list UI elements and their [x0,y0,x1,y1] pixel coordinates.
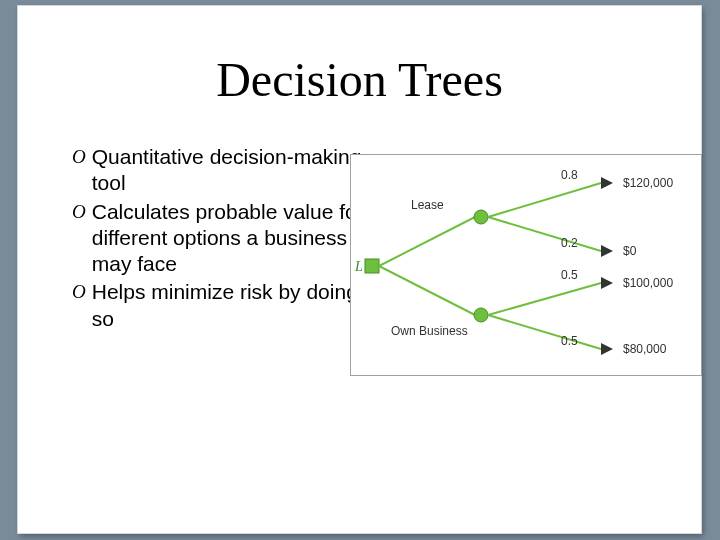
root-label: L [354,259,363,274]
slide-title: Decision Trees [18,52,701,107]
list-item: O Helps minimize risk by doing so [72,279,372,332]
terminal-node-icon [601,277,613,289]
bullet-marker-icon: O [72,144,86,197]
probability-label: 0.2 [561,236,578,250]
probability-label: 0.5 [561,268,578,282]
svg-line-2 [488,183,601,217]
payoff-label: $120,000 [623,176,673,190]
payoff-label: $80,000 [623,342,667,356]
bullet-marker-icon: O [72,199,86,278]
terminal-node-icon [601,343,613,355]
list-item: O Calculates probable value for differen… [72,199,372,278]
payoff-label: $100,000 [623,276,673,290]
decision-node-icon [365,259,379,273]
bullet-list: O Quantitative decision-making tool O Ca… [72,144,372,334]
branch-label: Lease [411,198,444,212]
branch-label: Own Business [391,324,468,338]
svg-line-4 [488,283,601,315]
svg-line-1 [379,266,475,315]
bullet-text: Calculates probable value for different … [92,199,372,278]
probability-label: 0.5 [561,334,578,348]
terminal-node-icon [601,177,613,189]
probability-label: 0.8 [561,168,578,182]
payoff-label: $0 [623,244,637,258]
terminal-node-icon [601,245,613,257]
bullet-text: Quantitative decision-making tool [92,144,372,197]
bullet-text: Helps minimize risk by doing so [92,279,372,332]
list-item: O Quantitative decision-making tool [72,144,372,197]
chance-node-icon [474,308,488,322]
decision-tree-diagram: L Lease Own Business [350,154,702,376]
svg-line-5 [488,315,601,349]
slide-background: Decision Trees O Quantitative decision-m… [0,0,720,540]
svg-line-3 [488,217,601,251]
bullet-marker-icon: O [72,279,86,332]
slide-frame: Decision Trees O Quantitative decision-m… [18,6,701,533]
svg-line-0 [379,217,475,266]
chance-node-icon [474,210,488,224]
